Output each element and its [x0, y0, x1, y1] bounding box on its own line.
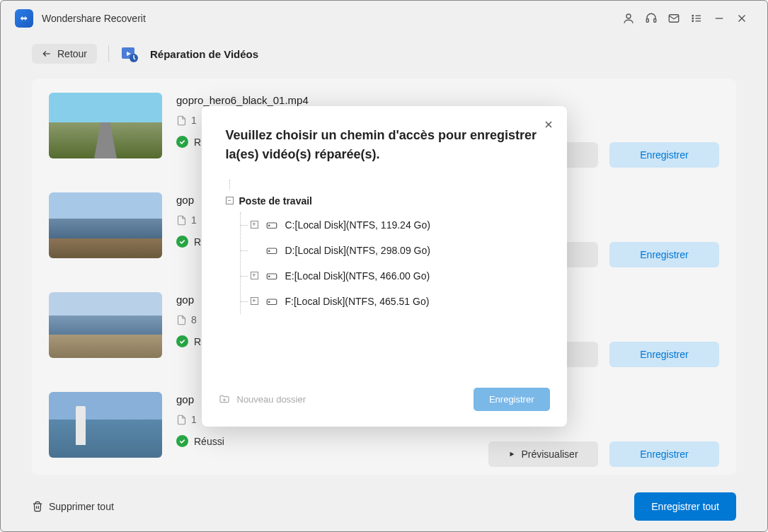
expand-icon[interactable]: +: [251, 272, 258, 279]
account-icon[interactable]: [617, 7, 640, 30]
svg-rect-2: [654, 19, 656, 23]
success-icon: [176, 435, 188, 447]
disk-label: F:[Local Disk](NTFS, 465.51 Go): [285, 296, 430, 307]
subheader: Retour Réparation de Vidéos: [1, 36, 767, 71]
success-icon: [176, 236, 188, 248]
file-icon: [176, 115, 187, 126]
back-label: Retour: [57, 48, 87, 59]
svg-point-6: [692, 18, 694, 19]
back-button[interactable]: Retour: [32, 44, 97, 64]
save-all-button[interactable]: Enregistrer tout: [634, 492, 736, 521]
video-repair-icon: [120, 45, 139, 63]
expand-icon[interactable]: +: [251, 221, 258, 229]
video-thumbnail[interactable]: [49, 392, 162, 458]
expand-icon[interactable]: +: [251, 297, 258, 305]
save-button[interactable]: Enregistrer: [609, 342, 719, 367]
collapse-icon[interactable]: −: [226, 197, 234, 204]
modal-title: Veuillez choisir un chemin d'accès pour …: [202, 106, 567, 173]
new-folder-label: Nouveau dossier: [237, 394, 306, 405]
close-icon: [543, 119, 554, 130]
svg-point-25: [268, 276, 270, 277]
footer: Supprimer tout Enregistrer tout: [1, 482, 767, 531]
save-button[interactable]: Enregistrer: [609, 242, 719, 267]
tree-disk-node[interactable]: + E:[Local Disk](NTFS, 466.00 Go): [241, 263, 543, 289]
video-thumbnail[interactable]: [49, 292, 162, 358]
disk-label: E:[Local Disk](NTFS, 466.00 Go): [285, 270, 430, 282]
svg-point-27: [268, 301, 270, 303]
file-icon: [176, 315, 187, 325]
modal-save-button[interactable]: Enregistrer: [474, 388, 550, 411]
delete-all-button[interactable]: Supprimer tout: [32, 501, 114, 512]
file-icon: [176, 415, 187, 425]
tree-disk-node[interactable]: + F:[Local Disk](NTFS, 465.51 Go): [241, 289, 543, 314]
delete-all-label: Supprimer tout: [49, 501, 114, 512]
svg-rect-1: [646, 19, 648, 23]
modal-body: − Poste de travail + C:[Local Disk](NTFS…: [202, 173, 567, 378]
mail-icon[interactable]: [663, 7, 685, 30]
trash-icon: [32, 501, 43, 512]
success-icon: [176, 136, 188, 148]
tree-disk-node[interactable]: + C:[Local Disk](NTFS, 119.24 Go): [241, 212, 543, 238]
new-folder-icon: [219, 393, 230, 405]
titlebar: Wondershare Recoverit: [1, 1, 767, 36]
expand-spacer: [251, 246, 258, 254]
video-thumbnail[interactable]: [49, 93, 162, 158]
disk-icon: [265, 219, 278, 231]
app-logo-icon: [15, 9, 33, 28]
headset-icon[interactable]: [640, 7, 663, 30]
preview-button[interactable]: Prévisualiser: [488, 441, 598, 467]
svg-point-23: [268, 250, 270, 252]
divider: [108, 45, 109, 62]
tree-disk-node[interactable]: D:[Local Disk](NTFS, 298.09 Go): [241, 238, 543, 263]
modal-close-button[interactable]: [540, 116, 557, 133]
list-icon[interactable]: [685, 7, 708, 30]
video-filename: gopro_hero6_black_01.mp4: [176, 94, 474, 106]
success-icon: [176, 335, 188, 347]
svg-marker-17: [510, 452, 515, 457]
modal-footer: Nouveau dossier Enregistrer: [202, 378, 567, 427]
app-title: Wondershare Recoverit: [42, 13, 146, 24]
svg-point-4: [692, 16, 694, 17]
tree-children: + C:[Local Disk](NTFS, 119.24 Go) D:[Loc…: [240, 212, 543, 314]
disk-icon: [265, 270, 278, 282]
page-title: Réparation de Vidéos: [150, 48, 258, 60]
minimize-icon[interactable]: [708, 7, 730, 30]
close-icon[interactable]: [730, 7, 753, 30]
folder-tree: − Poste de travail + C:[Local Disk](NTFS…: [226, 180, 543, 314]
save-button[interactable]: Enregistrer: [609, 441, 719, 467]
play-icon: [508, 451, 515, 458]
video-thumbnail[interactable]: [49, 192, 162, 258]
disk-label: C:[Local Disk](NTFS, 119.24 Go): [285, 219, 430, 231]
new-folder-button[interactable]: Nouveau dossier: [219, 393, 306, 405]
tree-root-node[interactable]: Poste de travail: [239, 190, 313, 212]
file-icon: [176, 215, 187, 226]
disk-icon: [265, 295, 278, 308]
svg-point-21: [268, 225, 270, 226]
svg-point-0: [626, 14, 631, 18]
video-status: Réussi: [176, 435, 474, 447]
svg-point-8: [692, 21, 694, 22]
disk-icon: [265, 244, 278, 257]
save-button[interactable]: Enregistrer: [609, 142, 719, 168]
save-path-dialog: Veuillez choisir un chemin d'accès pour …: [202, 106, 567, 427]
disk-label: D:[Local Disk](NTFS, 298.09 Go): [285, 245, 430, 256]
